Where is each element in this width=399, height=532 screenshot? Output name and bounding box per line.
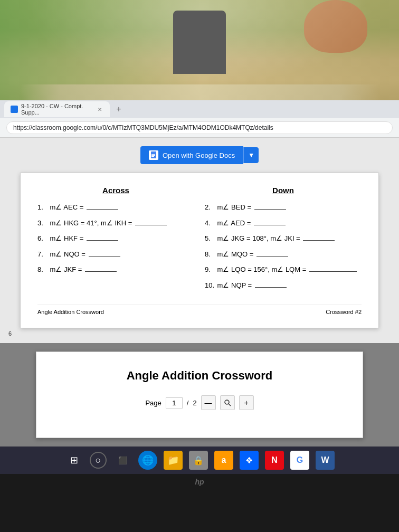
dropbox-icon[interactable]: ❖ bbox=[240, 451, 259, 470]
browser-tab[interactable]: 9-1-2020 - CW - Compt. Supp... ✕ bbox=[4, 101, 110, 117]
footer-right: Crossword #2 bbox=[326, 309, 362, 315]
angle-symbol bbox=[223, 265, 229, 273]
files-icon[interactable]: 📁 bbox=[164, 451, 183, 470]
answer-blank bbox=[303, 240, 335, 241]
lock-screen-icon[interactable]: 🔒 bbox=[189, 451, 208, 470]
down-column: Down 2. m BED = 4. m AED = 5. m JKG = 10… bbox=[205, 186, 362, 296]
angle-symbol bbox=[276, 234, 282, 242]
doc-content-section: Across 1. m AEC = 3. m HKG = 41°, m IKH … bbox=[37, 186, 362, 296]
answer-blank bbox=[89, 256, 120, 256]
down-problem-5: 5. m JKG = 108°, m JKI = bbox=[205, 233, 362, 244]
page-current-input[interactable] bbox=[166, 397, 183, 408]
answer-blank bbox=[135, 225, 167, 225]
photo-background bbox=[0, 0, 399, 100]
lower-viewer-area: Angle Addition Crossword Page / 2 — + bbox=[0, 343, 399, 446]
tab-favicon bbox=[11, 106, 18, 113]
page-label: Page bbox=[145, 399, 161, 407]
answer-blank-long bbox=[309, 271, 357, 272]
angle-symbol bbox=[107, 219, 113, 227]
down-problem-4: 4. m AED = bbox=[205, 218, 362, 229]
hp-brand-text: hp bbox=[195, 478, 204, 486]
across-problem-7: 7. m NQO = bbox=[37, 249, 194, 260]
angle-symbol bbox=[55, 234, 62, 242]
tab-close-button[interactable]: ✕ bbox=[96, 106, 103, 113]
page-navigation: Page / 2 — + bbox=[53, 395, 346, 410]
angle-symbol bbox=[223, 203, 229, 211]
new-tab-button[interactable]: + bbox=[112, 102, 126, 116]
netflix-icon[interactable]: N bbox=[265, 451, 284, 470]
angle-symbol bbox=[55, 265, 62, 273]
zoom-search-button[interactable] bbox=[220, 395, 235, 410]
person-decoration bbox=[304, 0, 367, 53]
taskbar: ⊞ ○ ⬛ 🌐 📁 🔒 a ❖ N G W bbox=[0, 446, 399, 474]
angle-symbol bbox=[277, 265, 283, 273]
google-icon[interactable]: G bbox=[290, 451, 309, 470]
angle-symbol bbox=[55, 219, 62, 227]
answer-blank bbox=[87, 240, 118, 241]
svg-rect-2 bbox=[151, 155, 155, 156]
word-icon[interactable]: W bbox=[316, 451, 335, 470]
google-docs-icon bbox=[149, 150, 158, 160]
answer-blank bbox=[85, 271, 117, 272]
address-bar: https://classroom.google.com/u/0/c/MTIzM… bbox=[0, 118, 399, 137]
down-problem-8: 8. m MQO = bbox=[205, 249, 362, 260]
down-title: Down bbox=[205, 186, 362, 195]
zoom-out-button[interactable]: — bbox=[201, 395, 216, 410]
angle-symbol bbox=[223, 234, 229, 242]
across-title: Across bbox=[37, 186, 194, 195]
search-taskbar-icon[interactable]: ○ bbox=[90, 452, 107, 469]
down-problem-2: 2. m BED = bbox=[205, 202, 362, 213]
open-with-label: Open with Google Docs bbox=[163, 151, 235, 159]
main-layout: 9-1-2020 - CW - Compt. Supp... ✕ + https… bbox=[0, 0, 399, 532]
across-problem-1: 1. m AEC = bbox=[37, 202, 194, 213]
tab-bar: 9-1-2020 - CW - Compt. Supp... ✕ + bbox=[0, 100, 399, 118]
page-separator: / bbox=[187, 399, 189, 407]
browser-chrome: 9-1-2020 - CW - Compt. Supp... ✕ + https… bbox=[0, 100, 399, 138]
svg-rect-0 bbox=[151, 151, 156, 158]
document-page-1: Across 1. m AEC = 3. m HKG = 41°, m IKH … bbox=[20, 173, 379, 328]
angle-symbol bbox=[55, 250, 62, 258]
url-input[interactable]: https://classroom.google.com/u/0/c/MTIzM… bbox=[6, 121, 393, 134]
chair-decoration bbox=[173, 11, 226, 74]
open-with-dropdown-button[interactable]: ▼ bbox=[243, 147, 259, 163]
page-total: 2 bbox=[193, 399, 196, 407]
document-viewer-area: Open with Google Docs ▼ Across 1. m AEC … bbox=[0, 138, 399, 343]
svg-rect-3 bbox=[151, 156, 154, 157]
answer-blank bbox=[254, 225, 286, 225]
angle-symbol bbox=[55, 203, 62, 211]
svg-rect-1 bbox=[151, 154, 155, 155]
tape-strip bbox=[0, 84, 399, 100]
down-problem-9: 9. m LQO = 156°, m LQM = bbox=[205, 264, 362, 275]
across-problem-3: 3. m HKG = 41°, m IKH = bbox=[37, 218, 194, 229]
angle-symbol bbox=[223, 250, 229, 258]
edge-browser-icon[interactable]: 🌐 bbox=[138, 451, 157, 470]
task-view-icon[interactable]: ⬛ bbox=[113, 451, 132, 470]
zoom-in-button[interactable]: + bbox=[239, 395, 254, 410]
footer-left: Angle Addition Crossword bbox=[37, 309, 104, 315]
answer-blank bbox=[256, 256, 288, 256]
across-column: Across 1. m AEC = 3. m HKG = 41°, m IKH … bbox=[37, 186, 194, 296]
tab-label: 9-1-2020 - CW - Compt. Supp... bbox=[21, 103, 93, 116]
document-title-large: Angle Addition Crossword bbox=[53, 369, 346, 383]
svg-point-4 bbox=[225, 400, 229, 404]
document-page-2: Angle Addition Crossword Page / 2 — + bbox=[36, 352, 363, 438]
answer-blank bbox=[87, 209, 118, 210]
angle-symbol bbox=[223, 281, 229, 289]
open-with-google-docs-button[interactable]: Open with Google Docs bbox=[140, 146, 243, 164]
answer-blank bbox=[254, 209, 286, 210]
amazon-icon[interactable]: a bbox=[214, 451, 233, 470]
down-problem-10: 10. m NQP = bbox=[205, 280, 362, 291]
angle-symbol bbox=[223, 219, 229, 227]
svg-line-5 bbox=[229, 404, 231, 406]
across-problem-6: 6. m HKF = bbox=[37, 233, 194, 244]
windows-start-icon[interactable]: ⊞ bbox=[64, 451, 83, 470]
open-with-bar: Open with Google Docs ▼ bbox=[140, 142, 259, 168]
page-number-outside: 6 bbox=[4, 328, 16, 339]
across-problem-8: 8. m JKF = bbox=[37, 264, 194, 275]
hp-brand-area: hp bbox=[0, 474, 399, 490]
answer-blank bbox=[255, 287, 287, 288]
document-footer: Angle Addition Crossword Crossword #2 bbox=[37, 304, 362, 315]
